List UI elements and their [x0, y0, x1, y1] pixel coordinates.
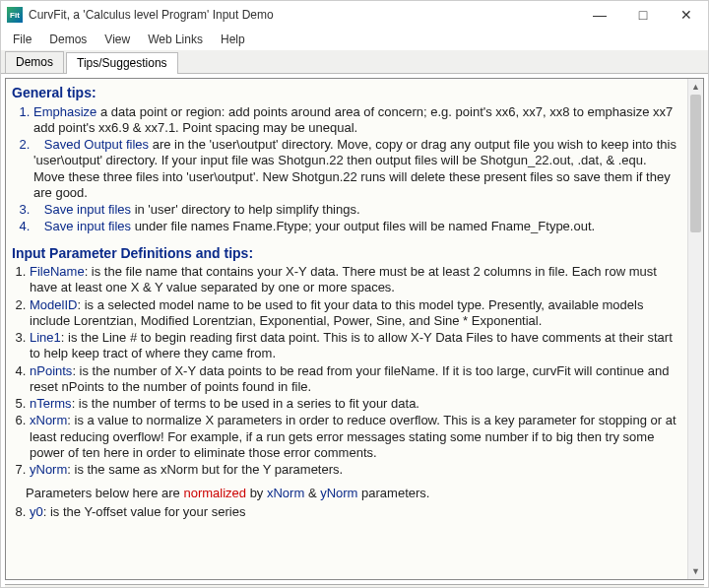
menu-demos[interactable]: Demos	[41, 31, 95, 48]
minimize-button[interactable]: —	[578, 1, 621, 29]
list-item: Save input files under file names Fname.…	[33, 219, 679, 234]
scroll-down-icon[interactable]: ▼	[688, 563, 703, 579]
window-controls: — □ ✕	[578, 1, 708, 29]
list-item: FileName: is the file name that contains…	[30, 264, 679, 296]
input-defs-heading: Input Parameter Definitions and tips:	[12, 245, 679, 263]
content-panel: General tips: Emphasize a data point or …	[5, 78, 704, 580]
list-item: Save input files in 'user' directory to …	[33, 202, 679, 218]
menu-help[interactable]: Help	[213, 31, 253, 48]
scroll-thumb[interactable]	[690, 95, 701, 232]
maximize-button[interactable]: □	[621, 1, 665, 29]
close-button[interactable]: ✕	[665, 1, 708, 29]
app-icon: Fit	[7, 7, 23, 23]
menu-view[interactable]: View	[97, 31, 138, 48]
list-item: ModelID: is a selected model name to be …	[30, 297, 679, 330]
menu-file[interactable]: File	[5, 31, 39, 48]
list-item: yNorm: is the same as xNorm but for the …	[30, 462, 679, 478]
list-item: nPoints: is the number of X-Y data point…	[30, 363, 679, 396]
general-tips-list: Emphasize a data point or region: add po…	[33, 104, 679, 235]
list-item: Emphasize a data point or region: add po…	[33, 104, 679, 137]
list-item: Line1: is the Line # to begin reading fi…	[30, 330, 679, 362]
input-defs-list-cont: y0: is the Y-offset value for your serie…	[30, 504, 679, 520]
list-item: nTerms: is the number of terms to be use…	[30, 396, 679, 412]
bottom-panel	[5, 584, 704, 588]
general-tips-heading: General tips:	[12, 85, 679, 102]
input-defs-list: FileName: is the file name that contains…	[30, 264, 679, 478]
list-item: y0: is the Y-offset value for your serie…	[30, 504, 679, 520]
vertical-scrollbar[interactable]: ▲ ▼	[687, 79, 703, 579]
window-title: CurvFit, a 'Calculus level Program' Inpu…	[29, 8, 578, 22]
list-item: Saved Output files are in the 'user\outp…	[33, 137, 679, 201]
normalized-note: Parameters below here are normalized by …	[26, 486, 679, 501]
tips-text: General tips: Emphasize a data point or …	[6, 79, 687, 579]
menu-weblinks[interactable]: Web Links	[140, 31, 211, 48]
tab-demos[interactable]: Demos	[5, 51, 64, 73]
list-item: xNorm: is a value to normalize X paramet…	[30, 413, 679, 461]
menu-bar: File Demos View Web Links Help	[1, 29, 708, 50]
tab-tips[interactable]: Tips/Suggestions	[66, 52, 178, 74]
title-bar: Fit CurvFit, a 'Calculus level Program' …	[1, 1, 708, 29]
tab-bar: Demos Tips/Suggestions	[1, 50, 708, 74]
scroll-up-icon[interactable]: ▲	[688, 79, 703, 95]
